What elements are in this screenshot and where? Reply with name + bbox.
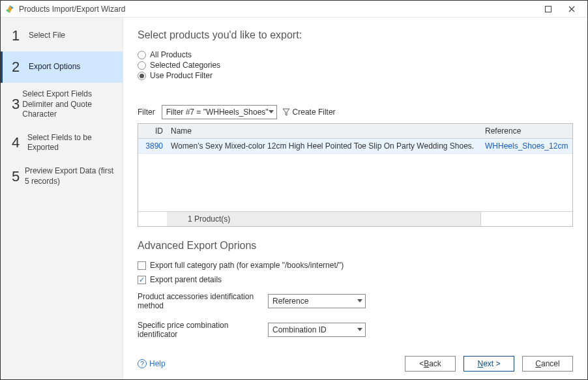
help-link[interactable]: ? Help xyxy=(138,359,166,368)
grid-header: ID Name Reference xyxy=(138,124,572,139)
checkbox-label: Export full category path (for example "… xyxy=(150,261,344,270)
funnel-icon xyxy=(282,108,290,116)
field-combination-id: Specific price combination identificator… xyxy=(138,321,573,339)
window-title: Products Import/Export Wizard xyxy=(19,5,537,14)
maximize-button[interactable] xyxy=(537,1,560,17)
check-export-full-path[interactable]: Export full category path (for example "… xyxy=(138,261,573,270)
radio-label: All Products xyxy=(150,50,192,59)
help-icon: ? xyxy=(138,359,147,368)
checkbox-icon xyxy=(138,261,146,270)
step-export-options[interactable]: 2 Export Options xyxy=(1,51,123,83)
filter-selected: Filter #7 = "WHHeels_Shoes" xyxy=(166,108,269,117)
dropdown-value: Combination ID xyxy=(272,325,327,334)
main-panel: Select products you'd like to export: Al… xyxy=(123,18,587,379)
field-label: Specific price combination identificator xyxy=(138,321,268,339)
next-button[interactable]: Next > xyxy=(463,356,514,372)
col-id-header[interactable]: ID xyxy=(138,124,167,138)
close-button[interactable] xyxy=(560,1,583,17)
checkbox-label: Export parent details xyxy=(150,275,222,284)
grid-body: 3890 Women's Sexy Mixed-color 12cm High … xyxy=(138,139,572,211)
cell-name: Women's Sexy Mixed-color 12cm High Heel … xyxy=(167,139,481,153)
id-method-dropdown[interactable]: Reference xyxy=(268,294,366,308)
cell-reference: WHHeels_Shoes_12cm xyxy=(481,139,572,153)
wizard-sidebar: 1 Select File 2 Export Options 3 Select … xyxy=(1,18,123,379)
radio-icon xyxy=(138,51,146,59)
step-delimiter-quote[interactable]: 3 Select Export Fields Delimiter and Quo… xyxy=(1,83,123,126)
create-filter-button[interactable]: Create Filter xyxy=(282,108,336,117)
field-id-method: Product accessories identification metho… xyxy=(138,292,573,310)
product-count: 1 Product(s) xyxy=(167,212,481,226)
advanced-heading: Advanced Export Oprions xyxy=(138,240,573,252)
chevron-down-icon xyxy=(269,110,274,114)
app-icon xyxy=(5,4,15,14)
col-reference-header[interactable]: Reference xyxy=(481,124,572,138)
radio-icon xyxy=(138,72,146,80)
radio-icon xyxy=(138,61,146,70)
radio-selected-categories[interactable]: Selected Categories xyxy=(138,61,573,70)
filter-dropdown[interactable]: Filter #7 = "WHHeels_Shoes" xyxy=(162,105,277,119)
help-label: Help xyxy=(149,359,166,368)
create-filter-label: Create Filter xyxy=(293,108,336,117)
wizard-footer: ? Help < Back Next > Cancel xyxy=(138,344,573,372)
radio-use-product-filter[interactable]: Use Product Filter xyxy=(138,71,573,80)
check-export-parent-details[interactable]: Export parent details xyxy=(138,275,573,284)
filter-label: Filter xyxy=(138,108,155,117)
svg-rect-0 xyxy=(546,6,551,12)
chevron-down-icon xyxy=(357,328,362,332)
filter-row: Filter Filter #7 = "WHHeels_Shoes" Creat… xyxy=(138,105,573,119)
table-row[interactable]: 3890 Women's Sexy Mixed-color 12cm High … xyxy=(138,139,572,154)
dropdown-value: Reference xyxy=(272,297,308,306)
col-name-header[interactable]: Name xyxy=(167,124,481,138)
product-grid: ID Name Reference 3890 Women's Sexy Mixe… xyxy=(138,123,573,227)
back-button[interactable]: < Back xyxy=(405,356,456,372)
cell-id: 3890 xyxy=(138,139,167,153)
page-heading: Select products you'd like to export: xyxy=(138,29,573,41)
field-label: Product accessories identification metho… xyxy=(138,292,268,310)
checkbox-icon xyxy=(138,276,146,284)
step-preview-data[interactable]: 5 Preview Export Data (first 5 records) xyxy=(1,160,123,193)
combination-id-dropdown[interactable]: Combination ID xyxy=(268,323,366,337)
titlebar: Products Import/Export Wizard xyxy=(1,1,587,18)
radio-label: Selected Categories xyxy=(150,61,220,70)
export-scope-radios: All Products Selected Categories Use Pro… xyxy=(138,49,573,81)
step-select-fields[interactable]: 4 Select Fields to be Exported xyxy=(1,126,123,160)
radio-all-products[interactable]: All Products xyxy=(138,50,573,59)
step-select-file[interactable]: 1 Select File xyxy=(1,20,123,51)
grid-footer: 1 Product(s) xyxy=(138,211,572,226)
radio-label: Use Product Filter xyxy=(150,71,213,80)
cancel-button[interactable]: Cancel xyxy=(522,356,573,372)
chevron-down-icon xyxy=(357,299,362,303)
